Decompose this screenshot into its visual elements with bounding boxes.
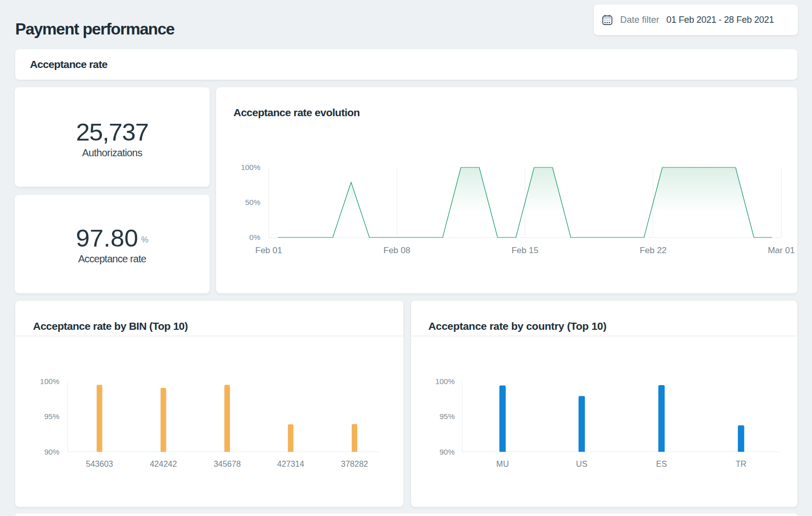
svg-text:50%: 50%: [245, 198, 260, 207]
svg-text:ES: ES: [656, 460, 667, 468]
svg-text:345678: 345678: [214, 460, 241, 468]
svg-text:Feb 01: Feb 01: [255, 246, 282, 255]
svg-text:378282: 378282: [341, 460, 368, 468]
svg-text:US: US: [576, 460, 587, 468]
svg-text:Mar 01: Mar 01: [768, 246, 795, 255]
svg-text:Feb 08: Feb 08: [384, 246, 411, 255]
svg-text:95%: 95%: [439, 412, 455, 421]
svg-text:427314: 427314: [277, 460, 304, 468]
svg-text:0%: 0%: [249, 233, 260, 242]
svg-text:Feb 22: Feb 22: [639, 246, 666, 255]
svg-text:100%: 100%: [241, 163, 260, 171]
svg-text:90%: 90%: [44, 448, 59, 456]
svg-text:MU: MU: [496, 460, 509, 468]
svg-text:100%: 100%: [40, 377, 59, 386]
svg-text:543603: 543603: [86, 460, 113, 468]
svg-text:TR: TR: [735, 460, 746, 468]
svg-text:Feb 15: Feb 15: [512, 246, 538, 255]
svg-text:95%: 95%: [44, 412, 59, 421]
svg-text:100%: 100%: [435, 377, 455, 386]
svg-text:90%: 90%: [439, 448, 455, 456]
svg-text:424242: 424242: [150, 460, 177, 468]
